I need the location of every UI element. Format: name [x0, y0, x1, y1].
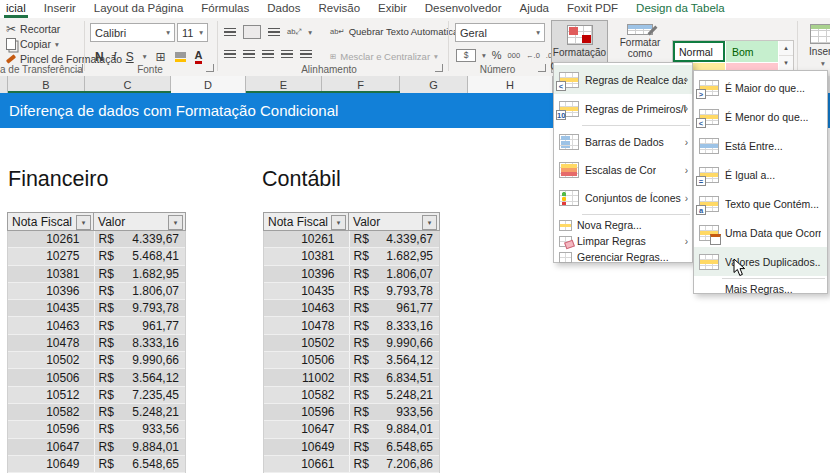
cell-nota-fiscal[interactable]: 10381: [8, 266, 94, 282]
font-dialog-launcher-icon[interactable]: [206, 64, 214, 72]
menu-item-conjuntos-de-icones[interactable]: Conjuntos de Ícones ›: [554, 184, 692, 212]
cell-valor[interactable]: R$ 9.990,66: [349, 335, 439, 351]
tab-pagina-inicial[interactable]: icial: [4, 0, 28, 18]
table-row[interactable]: 10478 R$ 8.333,16: [264, 317, 439, 334]
align-left-icon[interactable]: [224, 50, 236, 58]
table-row[interactable]: 10261 R$ 4.339,67: [8, 231, 185, 248]
cell-nota-fiscal[interactable]: 10478: [8, 335, 94, 351]
menu-item-regras-primeiros-ultimos[interactable]: 10 Regras de Primeiros/Últimos ›: [554, 94, 692, 123]
cell-style-bom[interactable]: Bom: [726, 41, 778, 62]
table-row[interactable]: 10649 R$ 6.548,65: [264, 439, 439, 456]
table-row[interactable]: 10381 R$ 1.682,95: [264, 248, 439, 265]
cell-nota-fiscal[interactable]: 10661: [264, 456, 349, 472]
cell-valor[interactable]: R$ 1.806,07: [349, 266, 439, 282]
font-size-combo[interactable]: 11 ▾: [177, 23, 208, 42]
filter-dropdown-icon[interactable]: ▾: [168, 215, 183, 230]
tab-revisao[interactable]: Revisão: [316, 0, 362, 15]
align-middle-icon[interactable]: [243, 25, 261, 39]
header-valor[interactable]: Valor ▾: [348, 213, 439, 230]
cell-nota-fiscal[interactable]: 10396: [8, 283, 94, 299]
cell-valor[interactable]: R$ 3.564,12: [94, 369, 185, 385]
submenu-item-uma-data-que-ocorre[interactable]: Uma Data que Ocorre...: [694, 218, 827, 247]
cell-valor[interactable]: R$ 8.333,16: [94, 335, 185, 351]
cell-valor[interactable]: R$ 5.248,21: [94, 404, 185, 420]
align-center-icon[interactable]: [243, 50, 255, 58]
cell-valor[interactable]: R$ 961,77: [349, 300, 439, 316]
table-row[interactable]: 10506 R$ 3.564,12: [8, 369, 185, 386]
cell-nota-fiscal[interactable]: 10512: [8, 387, 94, 403]
chevron-down-icon[interactable]: ▾: [482, 51, 486, 60]
table-row[interactable]: 10661 R$ 7.206,86: [264, 456, 439, 473]
submenu-item-texto-que-contem[interactable]: a Texto que Contém...: [694, 189, 827, 218]
gallery-up-icon[interactable]: ▴: [779, 41, 793, 56]
cell-nota-fiscal[interactable]: 10463: [264, 300, 349, 316]
cell-valor[interactable]: R$ 1.806,07: [94, 283, 185, 299]
cell-valor[interactable]: R$ 933,56: [349, 404, 439, 420]
copy-button[interactable]: Copiar ▾: [6, 38, 59, 50]
increase-decimal-icon[interactable]: ←.0: [526, 51, 540, 60]
table-row[interactable]: 11002 R$ 6.834,51: [264, 369, 439, 386]
menu-item-regras-realce-celulas[interactable]: < Regras de Realce das Células ›: [554, 65, 692, 94]
cell-nota-fiscal[interactable]: 10396: [264, 266, 349, 282]
cell-valor[interactable]: R$ 4.339,67: [349, 231, 439, 247]
bold-button[interactable]: N: [95, 50, 104, 64]
tab-desenvolvedor[interactable]: Desenvolvedor: [423, 0, 504, 15]
cell-nota-fiscal[interactable]: 10261: [264, 231, 349, 247]
submenu-item-e-menor-do-que[interactable]: < É Menor do que...: [694, 102, 827, 131]
cell-valor[interactable]: R$ 961,77: [94, 317, 185, 333]
orientation-icon[interactable]: ab⤢: [287, 27, 301, 37]
chevron-down-icon[interactable]: ▾: [143, 52, 147, 61]
cell-nota-fiscal[interactable]: 10502: [264, 335, 349, 351]
submenu-item-mais-regras[interactable]: Mais Regras...: [694, 281, 827, 297]
merge-center-button[interactable]: ⊞ Mesclar e Centralizar ▾: [330, 51, 438, 62]
table-row[interactable]: 10435 R$ 9.793,78: [8, 300, 185, 317]
menu-item-escalas-de-cor[interactable]: Escalas de Cor ›: [554, 156, 692, 184]
decrease-indent-icon[interactable]: [281, 50, 293, 58]
table-row[interactable]: 10396 R$ 1.806,07: [264, 266, 439, 283]
number-format-combo[interactable]: Geral ▾: [455, 23, 545, 42]
cell-valor[interactable]: R$ 3.564,12: [349, 352, 439, 368]
underline-button[interactable]: S: [126, 50, 134, 64]
submenu-item-e-maior-do-que[interactable]: > É Maior do que...: [694, 73, 827, 102]
submenu-item-esta-entre[interactable]: Está Entre...: [694, 131, 827, 160]
cell-nota-fiscal[interactable]: 10261: [8, 231, 94, 247]
clipboard-dialog-launcher-icon[interactable]: [75, 64, 83, 72]
table-row[interactable]: 10463 R$ 961,77: [8, 317, 185, 334]
cell-style-normal[interactable]: Normal: [673, 41, 725, 62]
menu-item-limpar-regras[interactable]: Limpar Regras ›: [554, 233, 692, 249]
table-row[interactable]: 10649 R$ 6.548,65: [8, 456, 185, 473]
cell-nota-fiscal[interactable]: 10275: [8, 248, 94, 264]
alignment-dialog-launcher-icon[interactable]: [435, 64, 443, 72]
tab-layout-da-pagina[interactable]: Layout da Página: [92, 0, 186, 15]
table-row[interactable]: 10396 R$ 1.806,07: [8, 283, 185, 300]
table-row[interactable]: 10647 R$ 9.884,01: [264, 421, 439, 438]
submenu-item-e-igual-a[interactable]: = É Igual a...: [694, 160, 827, 189]
percent-style-icon[interactable]: %: [492, 50, 502, 61]
cell-valor[interactable]: R$ 9.990,66: [94, 352, 185, 368]
cell-nota-fiscal[interactable]: 10582: [8, 404, 94, 420]
font-family-combo[interactable]: Calibri ▾: [90, 23, 175, 42]
header-nota-fiscal[interactable]: Nota Fiscal ▾: [8, 213, 93, 230]
table-row[interactable]: 10478 R$ 8.333,16: [8, 335, 185, 352]
cell-nota-fiscal[interactable]: 10506: [8, 369, 94, 385]
cell-nota-fiscal[interactable]: 10435: [8, 300, 94, 316]
table-row[interactable]: 10647 R$ 9.884,01: [8, 439, 185, 456]
cell-valor[interactable]: R$ 7.206,86: [349, 456, 439, 472]
table-row[interactable]: 10261 R$ 4.339,67: [264, 231, 439, 248]
filter-dropdown-icon[interactable]: ▾: [76, 215, 91, 230]
cell-valor[interactable]: R$ 9.884,01: [94, 439, 185, 455]
accounting-format-icon[interactable]: $: [456, 49, 476, 62]
italic-button[interactable]: I: [113, 49, 117, 64]
cell-valor[interactable]: R$ 7.235,45: [94, 387, 185, 403]
tab-exibir[interactable]: Exibir: [376, 0, 409, 15]
cell-valor[interactable]: R$ 6.548,65: [349, 439, 439, 455]
column-header-h[interactable]: H: [468, 76, 553, 93]
cell-valor[interactable]: R$ 8.333,16: [349, 317, 439, 333]
cell-valor[interactable]: R$ 1.682,95: [349, 248, 439, 264]
comma-style-icon[interactable]: 000: [508, 51, 521, 60]
table-row[interactable]: 10463 R$ 961,77: [264, 300, 439, 317]
align-top-icon[interactable]: [224, 28, 236, 36]
cell-nota-fiscal[interactable]: 10647: [264, 421, 349, 437]
gallery-down-icon[interactable]: ▾: [779, 56, 793, 71]
fill-color-icon[interactable]: [175, 52, 186, 62]
